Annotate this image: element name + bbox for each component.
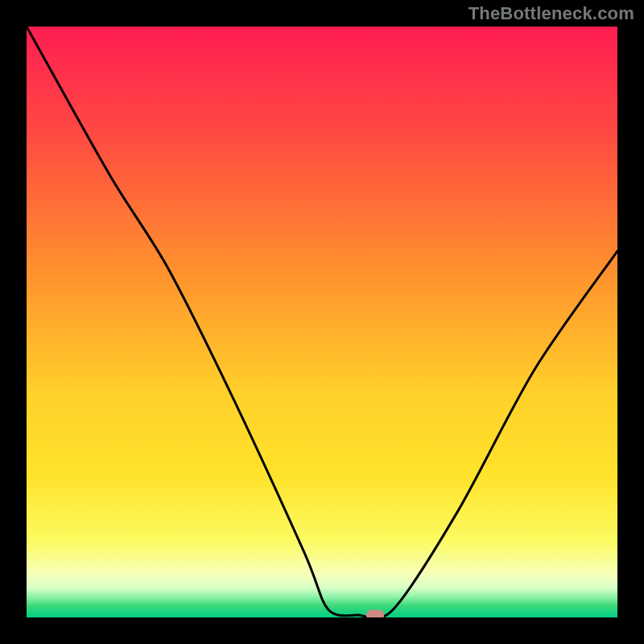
gradient-background: [27, 27, 617, 617]
attribution-text: TheBottleneck.com: [469, 3, 634, 24]
plot-area: [27, 27, 617, 617]
optimal-marker: [366, 610, 384, 617]
chart-frame: TheBottleneck.com: [0, 0, 644, 644]
chart-svg: [27, 27, 617, 617]
